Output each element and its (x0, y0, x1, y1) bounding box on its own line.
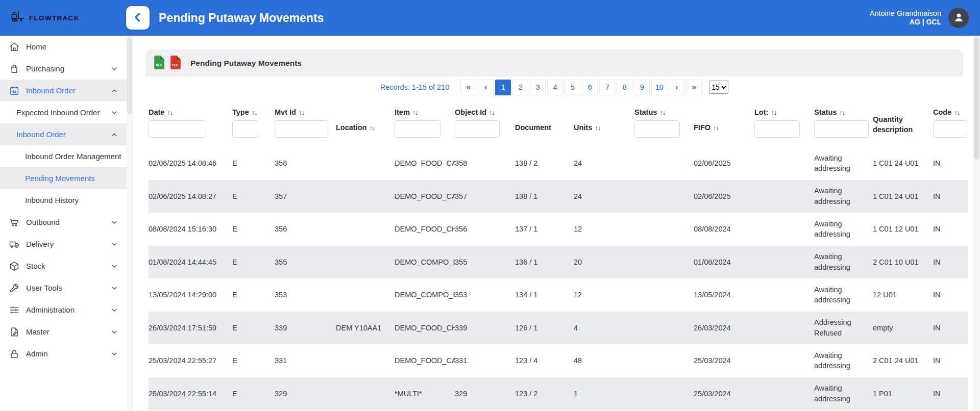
wrench-icon (8, 282, 20, 294)
filter-input-item[interactable] (395, 120, 441, 138)
home-icon (8, 41, 20, 53)
table-cell-units: 12 (574, 290, 634, 300)
table-cell-quantity_description: 2 C01 24 U01 (873, 355, 933, 366)
next-page-button[interactable]: › (669, 80, 684, 95)
page-button-10[interactable]: 10 (651, 80, 667, 95)
table-cell-document: 126 / 1 (515, 323, 574, 333)
sidebar-item-inbound-order[interactable]: Inbound Order (0, 123, 133, 145)
sidebar-item-pending-movements[interactable]: Pending Movements (0, 167, 133, 189)
table-cell-fifo: 01/08/2024 (694, 257, 754, 267)
first-page-button[interactable]: « (460, 80, 476, 95)
column-label-units[interactable]: Units↑↓ (574, 123, 600, 132)
table-cell-date: 25/03/2024 22:55:14 (149, 389, 232, 399)
table-row[interactable]: 08/08/2024 15:16:30E356DEMO_FOOD_CH35613… (149, 213, 968, 246)
column-label-status2[interactable]: Status↑↓ (814, 108, 845, 116)
sidebar-item-master[interactable]: Master (0, 321, 133, 343)
table-cell-quantity_description: 2 C01 10 U01 (873, 257, 933, 267)
prev-page-button[interactable]: ‹ (478, 80, 494, 95)
sidebar-item-expected-inbound-order[interactable]: Expected Inbound Order (0, 101, 133, 123)
sidebar-item-label: Inbound Order Management (25, 152, 121, 161)
table-cell-document: 137 / 1 (515, 224, 574, 234)
column-label-item[interactable]: Item↑↓ (395, 108, 418, 116)
sort-arrows-icon: ↑↓ (167, 109, 173, 116)
table-cell-document: 138 / 2 (515, 158, 574, 168)
sidebar-scrollbar[interactable] (127, 36, 133, 411)
sidebar-item-purchasing[interactable]: Purchasing (0, 58, 133, 80)
column-label-type[interactable]: Type↑↓ (232, 108, 257, 116)
page-button-5[interactable]: 5 (565, 80, 580, 95)
table-cell-status2: Addressing Refused (814, 317, 873, 338)
chevron-up-icon (109, 130, 119, 140)
column-label-status[interactable]: Status↑↓ (634, 108, 665, 116)
page-button-3[interactable]: 3 (530, 80, 546, 95)
column-label-location[interactable]: Location↑↓ (336, 123, 375, 132)
sidebar-item-outbound[interactable]: Outbound (0, 211, 133, 233)
sidebar-item-inbound-order-management[interactable]: Inbound Order Management (0, 145, 133, 167)
table-cell-object_id: 356 (455, 224, 515, 234)
table-row[interactable]: 25/03/2024 22:55:14E329*MULTI*329123 / 2… (149, 377, 968, 410)
table-cell-fifo: 08/08/2024 (694, 224, 754, 234)
main-scrollbar-thumb[interactable] (974, 37, 979, 160)
export-pdf-button[interactable]: PDF (169, 55, 182, 71)
sidebar-item-label: Inbound History (25, 196, 79, 204)
sidebar-item-label: Outbound (26, 218, 60, 226)
table-row[interactable]: 13/05/2024 14:29:00E353DEMO_COMPO_E35313… (149, 278, 968, 312)
table-cell-quantity_description: 1 C01 12 U01 (873, 224, 933, 234)
table-row[interactable]: 01/08/2024 14:44:45E355DEMO_COMPO_E35513… (149, 246, 968, 279)
last-page-button[interactable]: » (686, 80, 702, 95)
table-row[interactable]: 26/03/2024 17:51:59E339DEM Y10AA1DEMO_FO… (149, 312, 968, 345)
sidebar-item-label: Inbound Order (26, 86, 76, 95)
column-label-mvt_id[interactable]: Mvt Id↑↓ (275, 108, 304, 116)
app-header: FLOWTRACK Pending Putaway Movements Anto… (0, 0, 980, 36)
export-xls-button[interactable]: XLS (153, 55, 165, 71)
sidebar-scrollbar-thumb[interactable] (127, 38, 132, 114)
user-avatar[interactable] (948, 8, 969, 28)
sidebar-item-stock[interactable]: Stock (0, 255, 133, 277)
page-size-select[interactable]: 15 (709, 81, 728, 94)
chevron-down-icon (109, 305, 119, 315)
back-button[interactable] (126, 6, 150, 30)
filter-input-type[interactable] (232, 120, 258, 138)
filter-input-status[interactable] (634, 120, 680, 138)
table-cell-units: 12 (574, 224, 634, 234)
page-button-9[interactable]: 9 (634, 80, 650, 95)
column-label-date[interactable]: Date↑↓ (149, 108, 173, 116)
filter-input-lot[interactable] (754, 120, 800, 138)
chevron-down-icon (109, 108, 119, 118)
table-cell-code: IN (933, 355, 970, 366)
page-button-1[interactable]: 1 (495, 80, 511, 95)
sidebar-item-inbound-history[interactable]: Inbound History (0, 189, 133, 211)
sidebar-item-delivery[interactable]: Delivery (0, 233, 133, 255)
sidebar-item-inbound-order[interactable]: Inbound Order (0, 80, 133, 101)
column-label-document: Document (515, 123, 551, 132)
page-button-8[interactable]: 8 (617, 80, 632, 95)
table-header-status2: Status↑↓ (814, 101, 873, 147)
page-button-7[interactable]: 7 (599, 80, 615, 95)
column-label-fifo[interactable]: FIFO↑↓ (694, 123, 719, 132)
page-button-6[interactable]: 6 (582, 80, 598, 95)
table-row[interactable]: 02/06/2025 14:08:46E358DEMO_FOOD_CA35813… (149, 147, 968, 180)
sidebar-item-label: Purchasing (26, 64, 64, 73)
table-header-lot: Lot:↑↓ (754, 101, 814, 147)
sidebar-item-admin[interactable]: Admin (0, 343, 133, 365)
table-row[interactable]: 25/03/2024 22:55:27E331DEMO_FOOD_CA33112… (149, 344, 968, 377)
table-row[interactable]: 02/06/2025 14:08:27E357DEMO_FOOD_CA35713… (149, 180, 968, 213)
main-scrollbar[interactable] (973, 36, 980, 411)
page-button-2[interactable]: 2 (512, 80, 528, 95)
column-label-object_id[interactable]: Object Id↑↓ (455, 108, 495, 116)
svg-text:PDF: PDF (172, 63, 179, 67)
table-cell-document: 123 / 2 (515, 389, 574, 399)
column-label-lot[interactable]: Lot:↑↓ (754, 108, 776, 116)
sidebar-item-administration[interactable]: Administration (0, 299, 133, 321)
filter-input-status2[interactable] (814, 120, 869, 138)
filter-input-mvt_id[interactable] (275, 120, 328, 138)
table-cell-code: IN (933, 191, 970, 201)
filter-input-object_id[interactable] (455, 120, 500, 138)
filter-input-date[interactable] (149, 120, 206, 138)
sidebar-item-user-tools[interactable]: User Tools (0, 277, 133, 299)
column-label-code[interactable]: Code↑↓ (933, 108, 960, 116)
table-header-mvt_id: Mvt Id↑↓ (275, 101, 336, 147)
filter-input-code[interactable] (933, 120, 967, 138)
sidebar-item-home[interactable]: Home (0, 36, 133, 58)
page-button-4[interactable]: 4 (547, 80, 563, 95)
